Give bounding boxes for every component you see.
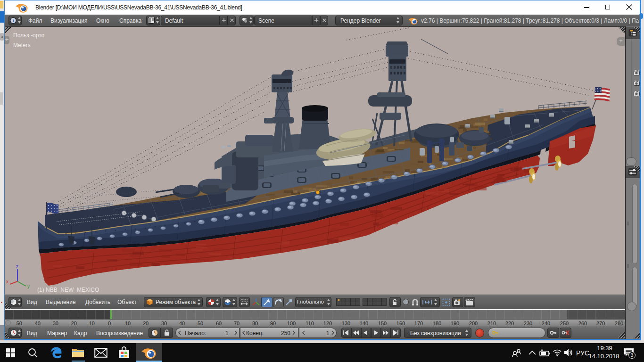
svg-text:z: z: [16, 264, 18, 269]
svg-text:i: i: [13, 18, 14, 23]
svg-text:x: x: [6, 279, 8, 284]
svg-text:y: y: [27, 284, 30, 289]
